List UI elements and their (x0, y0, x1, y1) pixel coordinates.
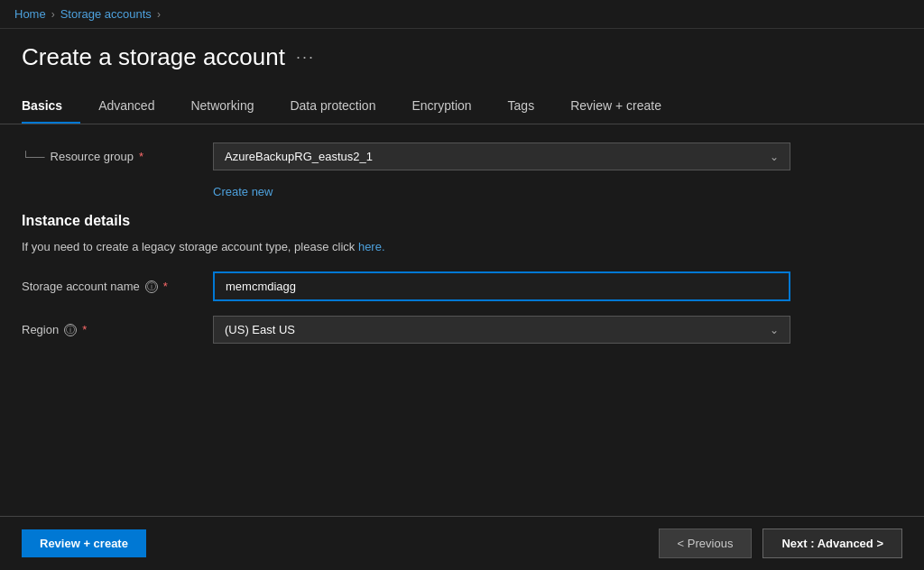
page-title: Create a storage account (22, 43, 285, 71)
region-arrow: ⌄ (770, 324, 779, 336)
review-create-button[interactable]: Review + create (22, 529, 146, 557)
footer-bar: Review + create < Previous Next : Advanc… (0, 516, 924, 570)
page-header: Create a storage account ··· (0, 29, 924, 71)
region-info-icon[interactable]: ⓘ (64, 324, 77, 336)
resource-group-value: AzureBackupRG_eastus2_1 (225, 150, 373, 163)
breadcrumb-home[interactable]: Home (14, 7, 46, 21)
tab-networking[interactable]: Networking (172, 89, 272, 124)
tab-tags[interactable]: Tags (490, 89, 553, 124)
region-value: (US) East US (225, 323, 295, 336)
region-dropdown[interactable]: (US) East US ⌄ (213, 316, 790, 344)
storage-account-name-label: Storage account name ⓘ * (22, 280, 202, 293)
instance-details-title: Instance details (22, 213, 902, 229)
legacy-link[interactable]: here. (358, 240, 385, 253)
storage-account-name-required: * (163, 280, 168, 293)
region-label-text: Region (22, 323, 59, 336)
legacy-text-row: If you need to create a legacy storage a… (22, 240, 902, 253)
storage-account-name-input[interactable] (213, 271, 790, 301)
breadcrumb-sep-2: › (157, 8, 161, 21)
resource-group-row: └── Resource group * AzureBackupRG_eastu… (22, 142, 902, 170)
region-row: Region ⓘ * (US) East US ⌄ (22, 316, 902, 344)
tab-basics[interactable]: Basics (22, 89, 80, 124)
storage-account-name-row: Storage account name ⓘ * (22, 271, 902, 301)
tab-encryption[interactable]: Encryption (393, 89, 489, 124)
resource-group-arrow: ⌄ (770, 151, 779, 163)
legacy-text-content: If you need to create a legacy storage a… (22, 240, 355, 253)
tab-review-create[interactable]: Review + create (552, 89, 679, 124)
storage-account-name-label-text: Storage account name (22, 280, 140, 293)
tabs: Basics Advanced Networking Data protecti… (22, 89, 902, 124)
storage-account-name-info-icon[interactable]: ⓘ (145, 280, 158, 293)
resource-group-label: └── Resource group * (22, 150, 202, 163)
tabs-container: Basics Advanced Networking Data protecti… (0, 71, 924, 124)
resource-group-required: * (139, 150, 143, 163)
region-label: Region ⓘ * (22, 323, 202, 336)
top-bar: Home › Storage accounts › (0, 0, 924, 29)
indent-line: └── (22, 151, 45, 163)
next-button[interactable]: Next : Advanced > (762, 529, 902, 558)
breadcrumb-storage-accounts[interactable]: Storage accounts (60, 7, 152, 21)
previous-button[interactable]: < Previous (659, 529, 753, 558)
resource-group-dropdown[interactable]: AzureBackupRG_eastus2_1 ⌄ (213, 142, 790, 170)
content-area: └── Resource group * AzureBackupRG_eastu… (0, 124, 924, 514)
more-options-button[interactable]: ··· (296, 48, 315, 67)
create-new-link[interactable]: Create new (213, 185, 902, 198)
breadcrumb-sep-1: › (51, 8, 55, 21)
resource-group-label-text: Resource group (51, 150, 134, 163)
tab-data-protection[interactable]: Data protection (272, 89, 393, 124)
tab-advanced[interactable]: Advanced (80, 89, 172, 124)
breadcrumb: Home › Storage accounts › (14, 7, 161, 21)
region-required: * (82, 323, 87, 336)
